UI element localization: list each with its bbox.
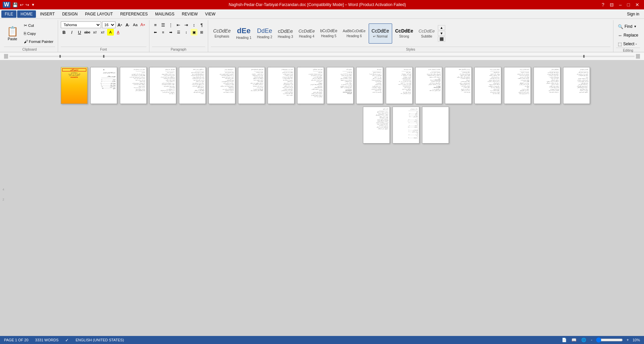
bold-button[interactable]: B [61, 29, 67, 36]
page-1[interactable]: تحقیق آنلاین مرجع ملتسودفارزی دی - ار - … [61, 67, 88, 104]
ruler-tab-left[interactable] [59, 55, 61, 58]
menu-home[interactable]: HOME [17, 10, 36, 18]
page-7[interactable]: فصل چهارم: یافته‌های تحقیق─────────────ن… [238, 67, 265, 104]
menu-review[interactable]: REVIEW [178, 10, 201, 18]
find-button[interactable]: 🔍 Find ▼ [616, 23, 638, 30]
zoom-slider[interactable] [596, 337, 623, 343]
cut-button[interactable]: ✂ Cut [22, 22, 55, 29]
view-read-button[interactable]: 📖 [570, 338, 578, 342]
quick-access-more[interactable]: ▼ [31, 3, 35, 7]
styles-scroll-up[interactable]: ▲ [438, 25, 445, 30]
quick-undo-icon[interactable]: ↩ [20, 2, 24, 7]
zoom-in-button[interactable]: + [626, 338, 630, 342]
styles-expand[interactable]: ⬛ [438, 37, 445, 42]
shading-button[interactable]: ▣ [191, 29, 197, 36]
strikethrough-button[interactable]: abc [84, 29, 91, 36]
page-15[interactable]: عوامل موثر در تربیت─────────────عامل اقت… [474, 67, 501, 104]
format-painter-button[interactable]: 🖌 Format Painter [22, 38, 55, 45]
multilevel-list-button[interactable]: ⋮ [168, 21, 174, 28]
show-formatting-button[interactable]: ¶ [198, 21, 205, 28]
borders-button[interactable]: ⊞ [198, 29, 205, 36]
menu-design[interactable]: DESIGN [59, 10, 81, 18]
page-17[interactable]: راهکارهای عملی─────────────ارتقای مهارت‌… [534, 67, 560, 104]
style-heading4[interactable]: CcDdEe Heading 4 [296, 23, 317, 44]
zoom-out-button[interactable]: - [590, 338, 593, 342]
subscript-button[interactable]: x2 [92, 29, 98, 36]
quick-save-icon[interactable]: 💾 [12, 2, 18, 7]
line-spacing-button[interactable]: ↕ [183, 29, 190, 36]
sort-button[interactable]: ↕ [191, 21, 197, 28]
proofing-icon[interactable]: ✓ [65, 338, 69, 343]
numbering-button[interactable]: ☰ [160, 21, 167, 28]
page-3[interactable]: نقش پدر در تربیت فرزندان─────────────مقد… [120, 67, 147, 104]
increase-indent-button[interactable]: ⇥ [183, 21, 190, 28]
maximize-button[interactable]: □ [625, 2, 632, 7]
page-11[interactable]: پیوست‌ها─────────────پرسشنامه تحقیق۱- سن… [356, 67, 383, 104]
replace-button[interactable]: ↔ Replace [616, 32, 640, 39]
shrink-font-button[interactable]: A- [124, 21, 131, 28]
change-case-button[interactable]: Aa [132, 21, 139, 28]
select-button[interactable]: ⬚ Select - [616, 40, 639, 48]
paste-button[interactable]: 📋 Paste [4, 22, 21, 45]
highlight-button[interactable]: A [107, 29, 114, 36]
ruler-tab-right[interactable] [583, 55, 585, 58]
quick-redo-icon[interactable]: ↪ [26, 2, 29, 7]
view-web-button[interactable]: 🌐 [580, 338, 587, 342]
style-heading5[interactable]: bCcDdEe Heading 5 [318, 23, 339, 44]
clear-format-button[interactable]: A✕ [140, 21, 146, 28]
bullets-button[interactable]: ≡ [152, 21, 159, 28]
ruler-tab-2[interactable] [103, 55, 104, 58]
align-center-button[interactable]: ≡ [160, 29, 167, 36]
style-emphasis[interactable]: CcDdEe Emphasis [211, 23, 233, 44]
style-strong[interactable]: CcDdEe Strong [393, 23, 416, 44]
page-12[interactable]: ادامه پیوست‌ها─────────────جدول نتایجگرو… [386, 67, 413, 104]
view-print-button[interactable]: 📄 [561, 338, 568, 342]
font-size-select[interactable]: 16 [102, 21, 116, 28]
help-button[interactable]: ? [600, 2, 606, 7]
page-5[interactable]: ۲-۱ الگوی تربیتی اسلام─────────────اسلام… [179, 67, 206, 104]
page-13[interactable]: مقایسه با تحقیقات خارجی─────────────تحقی… [415, 67, 442, 104]
ribbon-toggle-button[interactable]: ⊟ [608, 2, 616, 7]
page-2[interactable]: ✦ بسم الله الرحمن الرحیمفهرست مطالب─────… [90, 67, 117, 104]
menu-page-layout[interactable]: PAGE LAYOUT [82, 10, 116, 18]
style-heading6[interactable]: AaBbCcDdEe Heading 6 [340, 23, 368, 44]
minimize-button[interactable]: – [617, 2, 624, 7]
superscript-button[interactable]: x2 [99, 29, 106, 36]
justify-button[interactable]: ☰ [175, 29, 182, 36]
menu-insert[interactable]: INSERT [37, 10, 58, 18]
copy-button[interactable]: ⎘ Copy [22, 30, 55, 37]
style-heading1[interactable]: dEe Heading 1 [234, 23, 254, 44]
page-4[interactable]: فصل اول: مبانی نظری─────────────۱-۱ تعری… [149, 67, 176, 104]
style-normal[interactable]: CcDdEe ↵ Normal [369, 23, 392, 44]
menu-file[interactable]: FILE [1, 10, 16, 18]
style-subtitle[interactable]: CcDdEe Subtitle [416, 23, 437, 44]
sign-in-button[interactable]: Sign in [624, 10, 643, 18]
page-14[interactable]: بررسی دیدگاه‌های مختلف─────────────دیدگا… [445, 67, 472, 104]
menu-mailings[interactable]: MAILINGS [152, 10, 178, 18]
page-19-left[interactable]: ادامه منابع─────────────رستمی، ا. (۱۳۸۸)… [363, 107, 390, 144]
ruler-handle[interactable] [4, 54, 8, 59]
underline-button[interactable]: U [76, 29, 83, 36]
grow-font-button[interactable]: A+ [117, 21, 123, 28]
close-button[interactable]: ✕ [633, 2, 641, 7]
page-6[interactable]: ۳-۱ روش‌های تربیتی─────────────روش تشویق… [209, 67, 235, 104]
decrease-indent-button[interactable]: ⇤ [175, 21, 182, 28]
page-18[interactable]: خلاصه و جمع‌بندی─────────────این تحقیق ن… [563, 67, 590, 104]
page-10[interactable]: منابع و مآخذ─────────────کتب فارسیاحمدی،… [327, 67, 354, 104]
style-heading3[interactable]: cDdEe Heading 3 [275, 23, 295, 44]
align-left-button[interactable]: ⬅ [152, 29, 159, 36]
page-20[interactable]: نمایه موضوعی─────────────الفاخلاق ......… [393, 107, 419, 144]
style-heading2[interactable]: DdEe Heading 2 [255, 23, 275, 44]
menu-view[interactable]: VIEW [202, 10, 219, 18]
page-8[interactable]: تاثیر پدر بر هوش هیجانی─────────────کودک… [268, 67, 294, 104]
menu-references[interactable]: REFERENCES [117, 10, 151, 18]
italic-button[interactable]: I [68, 29, 75, 36]
page-21-blank[interactable] [422, 107, 449, 144]
ruler-handle-right[interactable] [636, 54, 640, 59]
styles-scroll-down[interactable]: ▼ [438, 31, 445, 36]
page-16[interactable]: آسیب‌شناسی تربیت─────────────خشونت در خا… [504, 67, 531, 104]
page-9[interactable]: فصل پنجم: نتیجه‌گیری─────────────نتیجه ک… [297, 67, 324, 104]
font-name-select[interactable]: Tahoma [61, 21, 101, 28]
align-right-button[interactable]: ➡ [168, 29, 174, 36]
text-color-button[interactable]: A [115, 29, 122, 36]
